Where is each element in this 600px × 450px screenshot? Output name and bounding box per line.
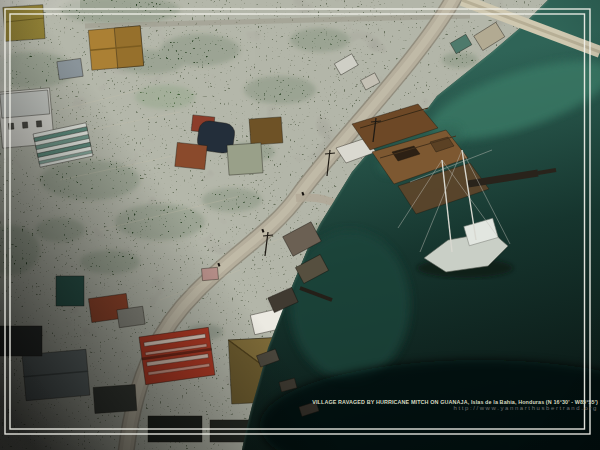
vignette bbox=[0, 0, 600, 450]
wallpaper: VILLAGE RAVAGED BY HURRICANE MITCH ON GU… bbox=[0, 0, 600, 450]
aerial-photo bbox=[0, 0, 600, 450]
